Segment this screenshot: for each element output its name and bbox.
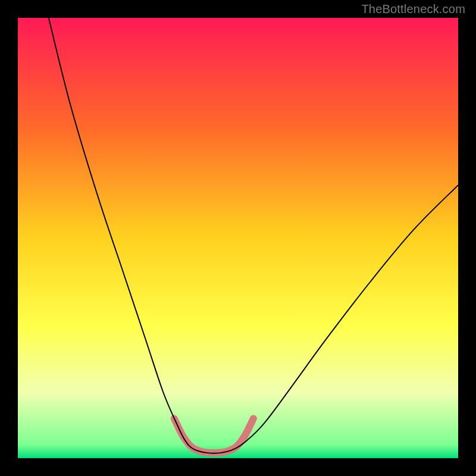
chart-background [18, 18, 458, 458]
watermark-text: TheBottleneck.com [361, 2, 465, 16]
plot-area [18, 18, 458, 458]
chart-svg [18, 18, 458, 458]
